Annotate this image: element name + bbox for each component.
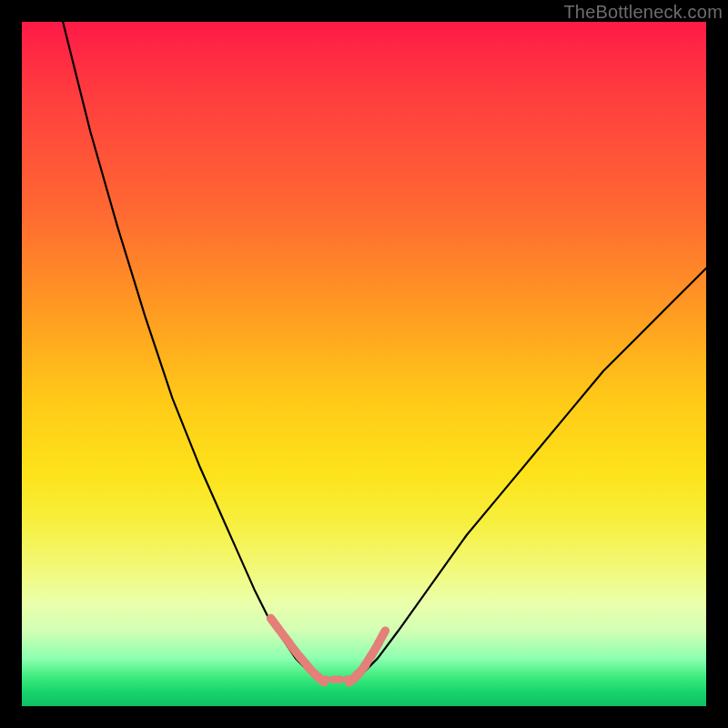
floor-markers-marker [343,676,359,683]
left-lobe-curve [63,22,316,679]
plot-frame [22,22,706,706]
curve-layer [22,22,706,706]
floor-markers-marker [316,676,331,683]
right-lobe-markers-marker [379,631,386,643]
left-lobe-markers-marker [281,632,289,643]
watermark-text: TheBottleneck.com [563,2,723,23]
chart-stage: TheBottleneck.com [0,0,728,728]
right-lobe-curve [357,268,706,679]
floor-markers-marker [329,676,345,683]
left-lobe-markers-marker [271,618,279,630]
